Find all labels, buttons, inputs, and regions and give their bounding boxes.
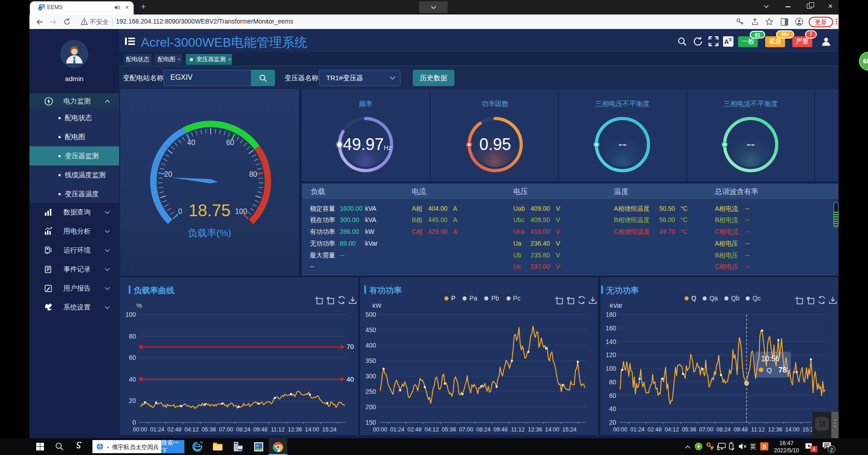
svg-text:02:48: 02:48 [647,426,661,433]
svg-text:20: 20 [164,170,172,178]
svg-text:15:24: 15:24 [322,426,336,433]
svg-text:09:48: 09:48 [733,426,747,433]
svg-text:07:00: 07:00 [219,426,233,433]
svg-text:01:24: 01:24 [390,426,404,433]
svg-text:%: % [136,304,142,309]
svg-text:100: 100 [606,365,617,372]
svg-text:120: 120 [606,351,617,358]
svg-text:kW: kW [372,304,382,309]
svg-text:09:48: 09:48 [493,426,507,433]
svg-text:250: 250 [366,388,376,395]
svg-text:100: 100 [125,311,136,318]
svg-text:60: 60 [129,354,136,361]
svg-text:14:00: 14:00 [785,426,799,433]
svg-text:15:24: 15:24 [562,426,576,433]
svg-text:80: 80 [129,333,136,340]
svg-text:200: 200 [366,403,376,411]
svg-text:450: 450 [366,326,376,334]
svg-text:80: 80 [609,378,616,386]
svg-text:500: 500 [366,311,376,318]
svg-text:40: 40 [187,139,195,146]
svg-text:01:24: 01:24 [150,426,164,433]
svg-text:60: 60 [226,139,234,146]
svg-text:04:12: 04:12 [184,426,198,433]
svg-text:11:12: 11:12 [271,426,285,433]
svg-text:40: 40 [609,405,616,412]
svg-text:350: 350 [366,357,376,364]
svg-text:12:36: 12:36 [288,426,302,433]
svg-text:70: 70 [347,343,354,350]
svg-text:05:36: 05:36 [682,426,696,433]
svg-text:kVar: kVar [610,304,622,309]
svg-text:08:24: 08:24 [716,426,730,433]
svg-text:07:00: 07:00 [699,426,713,433]
svg-text:02:48: 02:48 [407,426,421,433]
svg-text:07:00: 07:00 [459,426,473,433]
svg-text:0: 0 [132,419,136,426]
svg-text:09:48: 09:48 [253,426,267,433]
svg-text:60: 60 [609,392,616,399]
svg-text:180: 180 [606,311,617,318]
svg-text:04:12: 04:12 [665,426,679,433]
svg-text:12:36: 12:36 [528,426,542,433]
svg-text:150: 150 [366,419,376,426]
svg-text:400: 400 [366,342,376,349]
svg-text:01:24: 01:24 [630,426,644,433]
svg-text:40: 40 [129,376,136,383]
svg-text:20: 20 [129,397,136,404]
svg-text:04:12: 04:12 [424,426,439,433]
svg-text:00:00: 00:00 [613,426,627,433]
svg-text:14:00: 14:00 [545,426,559,433]
svg-text:08:24: 08:24 [236,426,250,433]
svg-text:08:24: 08:24 [476,426,490,433]
svg-text:160: 160 [606,324,617,332]
svg-text:80: 80 [249,170,257,178]
svg-text:05:36: 05:36 [202,426,216,433]
svg-text:02:48: 02:48 [167,426,181,433]
svg-text:140: 140 [606,338,617,345]
svg-text:00:00: 00:00 [373,426,387,433]
svg-text:14:00: 14:00 [305,426,319,433]
svg-text:05:36: 05:36 [442,426,456,433]
svg-text:300: 300 [366,373,376,380]
svg-text:40: 40 [347,376,354,383]
svg-text:11:12: 11:12 [511,426,525,433]
svg-text:12:36: 12:36 [768,426,782,433]
svg-text:11:12: 11:12 [751,426,765,433]
svg-text:00:00: 00:00 [133,426,147,433]
svg-text:20: 20 [609,419,616,426]
